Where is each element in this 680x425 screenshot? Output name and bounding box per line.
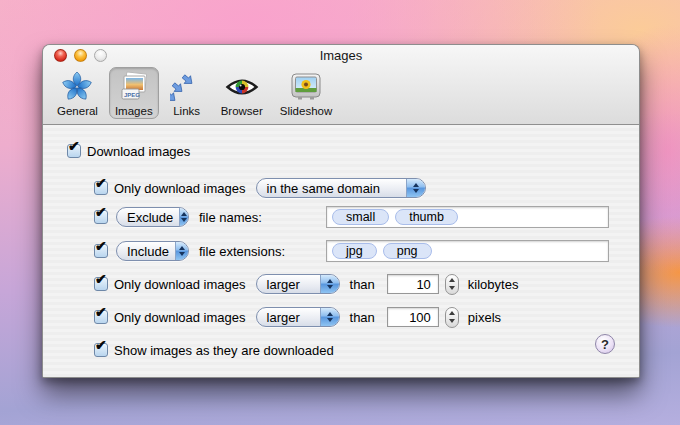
window-chrome: Images General xyxy=(43,45,639,125)
size-px-checkbox[interactable]: ✔ xyxy=(94,310,108,324)
toolbar-item-slideshow[interactable]: Slideshow xyxy=(274,67,338,119)
toolbar-item-links[interactable]: Links xyxy=(164,67,210,119)
checkmark-icon: ✔ xyxy=(95,271,107,287)
checkmark-icon: ✔ xyxy=(95,238,107,254)
jpeg-photo-icon: JPEG xyxy=(117,70,151,104)
file-extensions-label: file extensions: xyxy=(199,244,285,259)
size-px-stepper[interactable] xyxy=(445,307,459,328)
same-domain-label: Only download images xyxy=(114,181,246,196)
size-kb-unit-label: kilobytes xyxy=(468,277,519,292)
size-px-than-label: than xyxy=(350,310,375,325)
toolbar-item-general[interactable]: General xyxy=(51,67,104,119)
show-images-checkbox[interactable]: ✔ xyxy=(94,343,108,357)
size-kb-popup[interactable]: larger xyxy=(256,274,340,294)
download-images-label: Download images xyxy=(87,144,190,159)
preferences-window: Images General xyxy=(42,44,640,378)
popup-arrows-icon xyxy=(320,275,339,293)
help-button[interactable]: ? xyxy=(595,334,615,354)
toolbar-item-images[interactable]: JPEG Images xyxy=(109,67,159,119)
size-px-label: Only download images xyxy=(114,310,246,325)
file-extensions-field[interactable]: jpg png xyxy=(326,240,609,262)
size-kb-input[interactable] xyxy=(387,274,439,294)
eye-icon xyxy=(225,70,259,104)
checkmark-icon: ✔ xyxy=(95,337,107,353)
toolbar-label-images: Images xyxy=(115,105,153,117)
popup-value: Exclude xyxy=(117,208,179,226)
titlebar[interactable]: Images xyxy=(43,45,639,67)
toolbar-label-general: General xyxy=(57,105,98,117)
row-download-images: ✔ Download images xyxy=(67,140,190,162)
size-kb-stepper[interactable] xyxy=(445,274,459,295)
row-show-images: ✔ Show images as they are downloaded xyxy=(94,339,334,361)
show-images-label: Show images as they are downloaded xyxy=(114,343,334,358)
toolbar-label-links: Links xyxy=(173,105,200,117)
file-names-popup[interactable]: Exclude xyxy=(116,207,189,227)
checkmark-icon: ✔ xyxy=(95,175,107,191)
file-names-label: file names: xyxy=(199,210,262,225)
row-same-domain: ✔ Only download images in the same domai… xyxy=(94,177,426,199)
checkmark-icon: ✔ xyxy=(95,204,107,220)
toolbar-label-browser: Browser xyxy=(221,105,263,117)
file-extensions-popup[interactable]: Include xyxy=(116,241,189,261)
size-kb-checkbox[interactable]: ✔ xyxy=(94,277,108,291)
popup-arrows-icon xyxy=(175,242,188,260)
checkmark-icon: ✔ xyxy=(95,304,107,320)
toolbar: General JPEG Images xyxy=(51,67,631,124)
popup-arrows-icon xyxy=(320,308,339,326)
size-kb-than-label: than xyxy=(350,277,375,292)
preferences-pane-images: ✔ Download images ✔ Only download images… xyxy=(43,125,639,377)
size-kb-label: Only download images xyxy=(114,277,246,292)
same-domain-checkbox[interactable]: ✔ xyxy=(94,181,108,195)
row-file-names: ✔ Exclude file names: small thumb xyxy=(94,206,629,228)
token[interactable]: png xyxy=(383,243,432,259)
row-file-extensions: ✔ Include file extensions: jpg png xyxy=(94,240,629,262)
popup-value: larger xyxy=(257,308,320,326)
checkmark-icon: ✔ xyxy=(68,138,80,154)
tv-icon xyxy=(289,70,323,104)
popup-value: larger xyxy=(257,275,320,293)
token[interactable]: jpg xyxy=(332,243,377,259)
row-size-kilobytes: ✔ Only download images larger than kilob… xyxy=(94,273,518,295)
token[interactable]: small xyxy=(332,209,389,225)
file-names-checkbox[interactable]: ✔ xyxy=(94,210,108,224)
token[interactable]: thumb xyxy=(395,209,458,225)
popup-arrows-icon xyxy=(406,179,425,197)
size-px-unit-label: pixels xyxy=(468,310,501,325)
popup-arrows-icon xyxy=(179,208,188,226)
toolbar-label-slideshow: Slideshow xyxy=(280,105,332,117)
window-title: Images xyxy=(43,48,639,63)
file-extensions-checkbox[interactable]: ✔ xyxy=(94,244,108,258)
toolbar-item-browser[interactable]: Browser xyxy=(215,67,269,119)
starfish-icon xyxy=(60,70,94,104)
file-names-field[interactable]: small thumb xyxy=(326,206,609,228)
same-domain-popup[interactable]: in the same domain xyxy=(256,178,426,198)
size-px-popup[interactable]: larger xyxy=(256,307,340,327)
question-mark-icon: ? xyxy=(601,337,609,352)
svg-text:JPEG: JPEG xyxy=(124,92,140,98)
popup-value: Include xyxy=(117,242,175,260)
arrows-icon xyxy=(170,70,204,104)
popup-value: in the same domain xyxy=(257,179,406,197)
size-px-input[interactable] xyxy=(387,307,439,327)
row-size-pixels: ✔ Only download images larger than pixel… xyxy=(94,306,501,328)
download-images-checkbox[interactable]: ✔ xyxy=(67,144,81,158)
